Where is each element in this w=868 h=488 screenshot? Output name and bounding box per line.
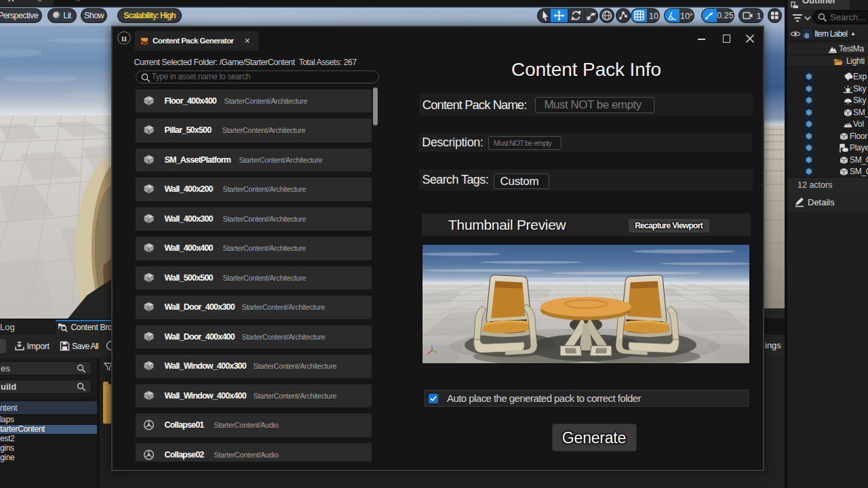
svg-text:u: u [121, 33, 127, 43]
